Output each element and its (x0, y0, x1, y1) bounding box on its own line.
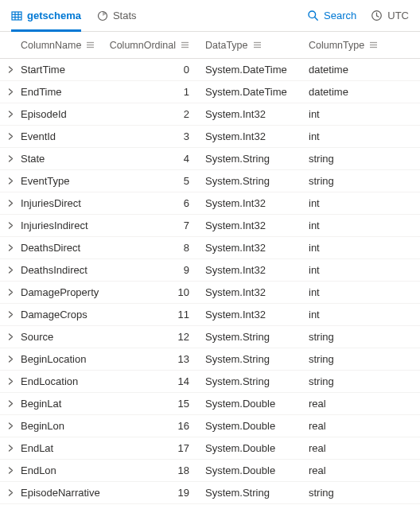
cell-data-type: System.String (205, 353, 309, 365)
expand-row-icon[interactable] (0, 356, 21, 363)
cell-data-type: System.Int32 (205, 309, 309, 321)
cell-column-ordinal: 1 (118, 86, 205, 98)
expand-row-icon[interactable] (0, 133, 21, 140)
cell-data-type: System.Int32 (205, 220, 309, 231)
cell-data-type: System.Double (205, 398, 309, 410)
expand-row-icon[interactable] (0, 200, 21, 207)
table-row[interactable]: BeginLocation13System.Stringstring (0, 348, 420, 371)
cell-column-type: int (309, 130, 396, 142)
expand-row-icon[interactable] (0, 378, 21, 385)
table-row[interactable]: EventType5System.Stringstring (0, 170, 420, 192)
expand-row-icon[interactable] (0, 266, 21, 274)
table-row[interactable]: EndLon18System.Doublereal (0, 460, 420, 482)
cell-column-ordinal: 12 (118, 331, 205, 343)
expand-row-icon[interactable] (0, 311, 21, 318)
tab-stats[interactable]: Stats (97, 0, 137, 32)
col-header-columntype[interactable]: ColumnType (309, 40, 396, 51)
table-row[interactable]: EventId3System.Int32int (0, 126, 420, 148)
cell-column-type: string (309, 353, 396, 365)
table-row[interactable]: EpisodeId2System.Int32int (0, 103, 420, 126)
cell-column-ordinal: 8 (118, 242, 205, 254)
cell-column-ordinal: 17 (118, 442, 205, 454)
search-label: Search (324, 10, 356, 21)
table-row[interactable]: EventNarrative20System.Stringstring (0, 504, 420, 509)
table-row[interactable]: BeginLat15System.Doublereal (0, 393, 420, 415)
table-row[interactable]: EndLat17System.Doublereal (0, 437, 420, 460)
stats-icon (97, 10, 108, 21)
cell-column-type: int (309, 264, 396, 276)
expand-row-icon[interactable] (0, 177, 21, 185)
tab-stats-label: Stats (113, 10, 137, 21)
tab-getschema[interactable]: getschema (11, 0, 81, 32)
cell-data-type: System.String (205, 487, 309, 499)
expand-row-icon[interactable] (0, 422, 21, 429)
cell-column-name: StartTime (21, 64, 118, 76)
expand-row-icon[interactable] (0, 400, 21, 407)
expand-row-icon[interactable] (0, 445, 21, 452)
expand-row-icon[interactable] (0, 222, 21, 229)
expand-row-icon[interactable] (0, 155, 21, 162)
col-header-name[interactable]: ColumnName (21, 40, 118, 51)
cell-column-type: int (309, 108, 396, 120)
col-header-ordinal-label: ColumnOrdinal (110, 40, 176, 51)
cell-data-type: System.String (205, 175, 309, 187)
hamburger-icon[interactable] (181, 41, 189, 49)
table-row[interactable]: InjuriesIndirect7System.Int32int (0, 215, 420, 237)
tab-getschema-label: getschema (27, 10, 81, 21)
cell-data-type: System.Double (205, 442, 309, 454)
search-button[interactable]: Search (307, 10, 356, 21)
table-row[interactable]: Source12System.Stringstring (0, 326, 420, 348)
table-row[interactable]: EndLocation14System.Stringstring (0, 371, 420, 393)
cell-column-ordinal: 13 (118, 353, 205, 365)
cell-column-name: EventType (21, 175, 118, 187)
table-row[interactable]: State4System.Stringstring (0, 148, 420, 170)
table-row[interactable]: InjuriesDirect6System.Int32int (0, 192, 420, 215)
col-header-ordinal[interactable]: ColumnOrdinal (118, 40, 205, 51)
expand-row-icon[interactable] (0, 244, 21, 251)
cell-data-type: System.Int32 (205, 130, 309, 142)
table-icon (11, 10, 22, 21)
table-row[interactable]: BeginLon16System.Doublereal (0, 415, 420, 437)
hamburger-icon[interactable] (86, 41, 95, 49)
table-row[interactable]: EpisodeNarrative19System.Stringstring (0, 482, 420, 504)
cell-data-type: System.Int32 (205, 108, 309, 120)
cell-column-type: string (309, 331, 396, 343)
table-row[interactable]: EndTime1System.DateTimedatetime (0, 81, 420, 103)
table-row[interactable]: DeathsIndirect9System.Int32int (0, 259, 420, 282)
cell-column-name: DeathsIndirect (21, 264, 118, 276)
result-tabs: getschema Stats (11, 0, 137, 32)
search-icon (307, 10, 319, 21)
table-row[interactable]: DeathsDirect8System.Int32int (0, 237, 420, 259)
expand-row-icon[interactable] (0, 333, 21, 340)
table-row[interactable]: DamageProperty10System.Int32int (0, 282, 420, 304)
cell-column-type: real (309, 398, 396, 410)
cell-column-name: InjuriesIndirect (21, 220, 118, 231)
cell-column-type: string (309, 153, 396, 165)
table-row[interactable]: StartTime0System.DateTimedatetime (0, 59, 420, 81)
col-header-datatype[interactable]: DataType (205, 40, 309, 51)
table-row[interactable]: DamageCrops11System.Int32int (0, 304, 420, 326)
cell-column-ordinal: 4 (118, 153, 205, 165)
cell-data-type: System.String (205, 375, 309, 387)
expand-row-icon[interactable] (0, 467, 21, 474)
cell-data-type: System.DateTime (205, 86, 309, 98)
expand-row-icon[interactable] (0, 111, 21, 118)
expand-row-icon[interactable] (0, 489, 21, 496)
cell-column-name: EventId (21, 130, 118, 142)
cell-column-ordinal: 15 (118, 398, 205, 410)
cell-column-ordinal: 0 (118, 64, 205, 76)
cell-column-type: int (309, 309, 396, 321)
cell-column-type: real (309, 464, 396, 476)
timezone-button[interactable]: UTC (371, 10, 409, 21)
cell-column-type: datetime (309, 64, 396, 76)
hamburger-icon[interactable] (369, 41, 378, 49)
cell-data-type: System.String (205, 153, 309, 165)
expand-row-icon[interactable] (0, 88, 21, 95)
expand-row-icon[interactable] (0, 66, 21, 73)
cell-data-type: System.Int32 (205, 286, 309, 298)
timezone-label: UTC (387, 10, 409, 21)
expand-row-icon[interactable] (0, 289, 21, 296)
hamburger-icon[interactable] (253, 41, 262, 49)
cell-column-type: string (309, 175, 396, 187)
cell-column-ordinal: 10 (118, 286, 205, 298)
